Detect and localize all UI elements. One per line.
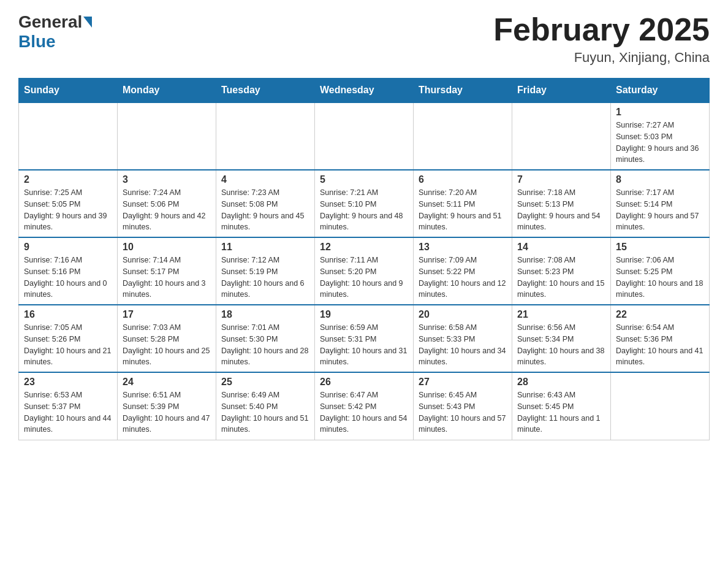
day-number: 3	[123, 174, 211, 185]
month-title: February 2025	[493, 12, 710, 47]
calendar-cell: 20Sunrise: 6:58 AMSunset: 5:33 PMDayligh…	[414, 305, 512, 372]
logo-general-text: General	[18, 12, 82, 32]
day-number: 5	[320, 174, 408, 185]
day-info: Sunrise: 7:06 AMSunset: 5:25 PMDaylight:…	[616, 255, 704, 301]
day-info: Sunrise: 7:24 AMSunset: 5:06 PMDaylight:…	[123, 187, 211, 233]
day-info: Sunrise: 6:45 AMSunset: 5:43 PMDaylight:…	[419, 389, 507, 435]
day-number: 13	[419, 242, 507, 253]
calendar-body: 1Sunrise: 7:27 AMSunset: 5:03 PMDaylight…	[19, 102, 710, 440]
day-number: 1	[616, 107, 704, 118]
calendar-cell: 6Sunrise: 7:20 AMSunset: 5:11 PMDaylight…	[414, 170, 512, 237]
calendar-cell: 24Sunrise: 6:51 AMSunset: 5:39 PMDayligh…	[118, 372, 216, 440]
day-number: 10	[123, 242, 211, 253]
calendar-cell: 13Sunrise: 7:09 AMSunset: 5:22 PMDayligh…	[414, 237, 512, 305]
day-info: Sunrise: 7:21 AMSunset: 5:10 PMDaylight:…	[320, 187, 408, 233]
day-info: Sunrise: 7:03 AMSunset: 5:28 PMDaylight:…	[123, 322, 211, 368]
calendar-cell: 21Sunrise: 6:56 AMSunset: 5:34 PMDayligh…	[512, 305, 611, 372]
calendar-cell: 10Sunrise: 7:14 AMSunset: 5:17 PMDayligh…	[118, 237, 216, 305]
day-info: Sunrise: 6:47 AMSunset: 5:42 PMDaylight:…	[320, 389, 408, 435]
day-number: 27	[419, 377, 507, 388]
day-info: Sunrise: 6:56 AMSunset: 5:34 PMDaylight:…	[517, 322, 605, 368]
day-number: 2	[24, 174, 112, 185]
day-number: 23	[24, 377, 112, 388]
calendar-cell: 28Sunrise: 6:43 AMSunset: 5:45 PMDayligh…	[512, 372, 611, 440]
day-number: 16	[24, 309, 112, 320]
logo: General Blue	[18, 12, 92, 52]
calendar-cell: 2Sunrise: 7:25 AMSunset: 5:05 PMDaylight…	[19, 170, 118, 237]
header-row: SundayMondayTuesdayWednesdayThursdayFrid…	[19, 79, 710, 103]
calendar-cell: 4Sunrise: 7:23 AMSunset: 5:08 PMDaylight…	[216, 170, 315, 237]
header-cell-tuesday: Tuesday	[216, 79, 315, 103]
calendar-cell: 19Sunrise: 6:59 AMSunset: 5:31 PMDayligh…	[315, 305, 414, 372]
day-info: Sunrise: 6:43 AMSunset: 5:45 PMDaylight:…	[517, 389, 605, 435]
calendar-cell: 7Sunrise: 7:18 AMSunset: 5:13 PMDaylight…	[512, 170, 611, 237]
week-row-4: 23Sunrise: 6:53 AMSunset: 5:37 PMDayligh…	[19, 372, 710, 440]
calendar-cell	[315, 102, 414, 170]
logo-blue-text: Blue	[18, 32, 56, 52]
logo-text: General	[18, 12, 92, 32]
day-number: 4	[221, 174, 309, 185]
day-info: Sunrise: 7:25 AMSunset: 5:05 PMDaylight:…	[24, 187, 112, 233]
header-cell-monday: Monday	[118, 79, 216, 103]
day-number: 21	[517, 309, 605, 320]
calendar-cell: 1Sunrise: 7:27 AMSunset: 5:03 PMDaylight…	[611, 102, 710, 170]
day-info: Sunrise: 7:11 AMSunset: 5:20 PMDaylight:…	[320, 255, 408, 301]
calendar-cell: 3Sunrise: 7:24 AMSunset: 5:06 PMDaylight…	[118, 170, 216, 237]
location-title: Fuyun, Xinjiang, China	[493, 50, 710, 66]
day-info: Sunrise: 7:18 AMSunset: 5:13 PMDaylight:…	[517, 187, 605, 233]
calendar-cell: 11Sunrise: 7:12 AMSunset: 5:19 PMDayligh…	[216, 237, 315, 305]
calendar-cell	[19, 102, 118, 170]
day-number: 24	[123, 377, 211, 388]
calendar-cell: 12Sunrise: 7:11 AMSunset: 5:20 PMDayligh…	[315, 237, 414, 305]
week-row-0: 1Sunrise: 7:27 AMSunset: 5:03 PMDaylight…	[19, 102, 710, 170]
day-info: Sunrise: 6:54 AMSunset: 5:36 PMDaylight:…	[616, 322, 704, 368]
header-cell-sunday: Sunday	[19, 79, 118, 103]
logo-blue-part	[82, 17, 92, 28]
title-section: February 2025 Fuyun, Xinjiang, China	[493, 12, 710, 66]
calendar-cell: 18Sunrise: 7:01 AMSunset: 5:30 PMDayligh…	[216, 305, 315, 372]
day-info: Sunrise: 7:16 AMSunset: 5:16 PMDaylight:…	[24, 255, 112, 301]
calendar-cell: 25Sunrise: 6:49 AMSunset: 5:40 PMDayligh…	[216, 372, 315, 440]
day-info: Sunrise: 6:49 AMSunset: 5:40 PMDaylight:…	[221, 389, 309, 435]
day-number: 15	[616, 242, 704, 253]
day-info: Sunrise: 7:20 AMSunset: 5:11 PMDaylight:…	[419, 187, 507, 233]
calendar-cell: 27Sunrise: 6:45 AMSunset: 5:43 PMDayligh…	[414, 372, 512, 440]
day-number: 9	[24, 242, 112, 253]
header-cell-thursday: Thursday	[414, 79, 512, 103]
day-info: Sunrise: 7:01 AMSunset: 5:30 PMDaylight:…	[221, 322, 309, 368]
header-cell-wednesday: Wednesday	[315, 79, 414, 103]
calendar-cell: 14Sunrise: 7:08 AMSunset: 5:23 PMDayligh…	[512, 237, 611, 305]
day-info: Sunrise: 6:51 AMSunset: 5:39 PMDaylight:…	[123, 389, 211, 435]
calendar-cell: 16Sunrise: 7:05 AMSunset: 5:26 PMDayligh…	[19, 305, 118, 372]
header-cell-saturday: Saturday	[611, 79, 710, 103]
day-info: Sunrise: 7:23 AMSunset: 5:08 PMDaylight:…	[221, 187, 309, 233]
calendar-cell: 9Sunrise: 7:16 AMSunset: 5:16 PMDaylight…	[19, 237, 118, 305]
day-number: 18	[221, 309, 309, 320]
calendar-table: SundayMondayTuesdayWednesdayThursdayFrid…	[18, 78, 710, 440]
day-number: 22	[616, 309, 704, 320]
calendar-cell: 23Sunrise: 6:53 AMSunset: 5:37 PMDayligh…	[19, 372, 118, 440]
day-info: Sunrise: 7:09 AMSunset: 5:22 PMDaylight:…	[419, 255, 507, 301]
calendar-cell: 26Sunrise: 6:47 AMSunset: 5:42 PMDayligh…	[315, 372, 414, 440]
day-number: 19	[320, 309, 408, 320]
calendar-cell: 17Sunrise: 7:03 AMSunset: 5:28 PMDayligh…	[118, 305, 216, 372]
calendar-cell	[216, 102, 315, 170]
week-row-3: 16Sunrise: 7:05 AMSunset: 5:26 PMDayligh…	[19, 305, 710, 372]
calendar-cell: 8Sunrise: 7:17 AMSunset: 5:14 PMDaylight…	[611, 170, 710, 237]
calendar-cell	[611, 372, 710, 440]
calendar-cell: 5Sunrise: 7:21 AMSunset: 5:10 PMDaylight…	[315, 170, 414, 237]
day-info: Sunrise: 6:53 AMSunset: 5:37 PMDaylight:…	[24, 389, 112, 435]
day-info: Sunrise: 7:27 AMSunset: 5:03 PMDaylight:…	[616, 120, 704, 166]
day-number: 20	[419, 309, 507, 320]
page-header: General Blue February 2025 Fuyun, Xinjia…	[18, 12, 710, 66]
day-number: 8	[616, 174, 704, 185]
day-info: Sunrise: 7:12 AMSunset: 5:19 PMDaylight:…	[221, 255, 309, 301]
calendar-cell	[512, 102, 611, 170]
week-row-1: 2Sunrise: 7:25 AMSunset: 5:05 PMDaylight…	[19, 170, 710, 237]
calendar-cell: 22Sunrise: 6:54 AMSunset: 5:36 PMDayligh…	[611, 305, 710, 372]
day-number: 28	[517, 377, 605, 388]
calendar-header: SundayMondayTuesdayWednesdayThursdayFrid…	[19, 79, 710, 103]
day-number: 12	[320, 242, 408, 253]
day-number: 14	[517, 242, 605, 253]
day-info: Sunrise: 6:58 AMSunset: 5:33 PMDaylight:…	[419, 322, 507, 368]
